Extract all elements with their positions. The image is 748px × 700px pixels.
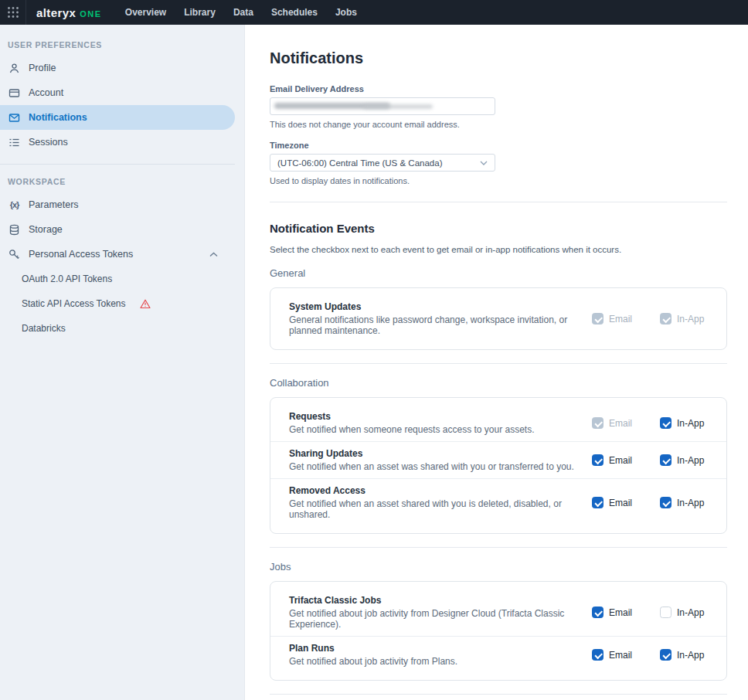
user-icon [8,62,21,75]
sidebar-item-label: Parameters [29,199,79,210]
event-description: Get notified when an asset was shared wi… [289,461,581,472]
timezone-select[interactable]: (UTC-06:00) Central Time (US & Canada) [270,154,495,172]
sidebar-item-storage[interactable]: Storage [0,217,235,242]
group-label: General [270,267,727,279]
sidebar-item-oauth-api-tokens[interactable]: OAuth 2.0 API Tokens [0,267,235,291]
topbar: alteryx ONE Overview Library Data Schedu… [0,0,748,25]
nav-item-jobs[interactable]: Jobs [335,7,357,18]
event-description: Get notified about job activity from Des… [289,608,581,630]
event-description: Get notified about job activity from Pla… [289,656,581,667]
app-grid-button[interactable] [0,0,26,25]
timezone-field: Timezone (UTC-06:00) Central Time (US & … [270,141,727,185]
checkbox[interactable] [660,454,672,466]
nav-item-overview[interactable]: Overview [125,7,166,18]
chevron-up-icon[interactable] [209,249,218,260]
email-delivery-label: Email Delivery Address [270,84,727,93]
sidebar-item-sessions[interactable]: Sessions [0,130,235,155]
inapp-checkbox[interactable]: In-App [660,497,708,508]
checkbox[interactable] [592,649,604,661]
sidebar-item-personal-access-tokens[interactable]: Personal Access Tokens [0,242,235,267]
group-divider [270,363,727,364]
sidebar-item-databricks[interactable]: Databricks [0,316,235,341]
logo-brand-text: alteryx [36,6,76,19]
chevron-down-icon [480,161,488,165]
event-description: Get notified when someone requests acces… [289,424,581,435]
notification-events-description: Select the checkbox next to each event t… [270,245,727,254]
sidebar-item-parameters[interactable]: {x} Parameters [0,192,235,217]
redacted-email-value [363,104,433,109]
nav-item-library[interactable]: Library [184,7,216,18]
event-title: System Updates [289,301,581,312]
event-card: Requests Get notified when someone reque… [270,397,727,534]
nav-item-data[interactable]: Data [233,7,253,18]
timezone-helper-text: Used to display dates in notifications. [270,176,727,185]
checkbox[interactable] [592,497,604,508]
checkbox[interactable] [592,607,604,618]
checkbox[interactable] [592,417,604,429]
checkbox[interactable] [660,313,672,325]
event-row-plan-runs: Plan Runs Get notified about job activit… [270,636,726,673]
inapp-checkbox[interactable]: In-App [660,607,708,618]
sidebar-item-label: Databricks [22,323,66,334]
checkbox[interactable] [592,454,604,466]
timezone-label: Timezone [270,141,727,150]
event-group-general: General System Updates General notificat… [270,267,727,350]
email-checkbox[interactable]: Email [592,607,640,618]
sidebar-item-profile[interactable]: Profile [0,56,235,80]
event-row-requests: Requests Get notified when someone reque… [270,405,726,441]
email-checkbox[interactable]: Email [592,417,640,429]
sidebar-item-label: Sessions [29,137,68,148]
sidebar-item-label: Profile [29,63,56,73]
email-checkbox[interactable]: Email [592,313,640,325]
checkbox[interactable] [660,417,672,429]
app-grid-icon [7,6,19,19]
inapp-checkbox[interactable]: In-App [660,313,708,325]
event-row-system-updates: System Updates General notifications lik… [270,295,726,342]
sidebar-item-label: Storage [29,224,63,235]
group-divider [270,694,727,695]
sidebar-item-account[interactable]: Account [0,80,235,105]
event-title: Sharing Updates [289,448,581,459]
email-helper-text: This does not change your account email … [270,120,727,129]
event-row-sharing-updates: Sharing Updates Get notified when an ass… [270,441,726,478]
warning-icon [140,299,151,309]
notification-events-title: Notification Events [270,222,727,235]
event-row-removed-access: Removed Access Get notified when an asse… [270,478,726,526]
group-label: Jobs [270,561,727,573]
checkbox[interactable] [660,497,672,508]
sidebar-item-notifications[interactable]: Notifications [0,105,235,130]
inapp-checkbox[interactable]: In-App [660,454,708,466]
sidebar-item-label: Account [29,87,63,98]
mail-icon [8,111,21,124]
sidebar-item-static-api-access-tokens[interactable]: Static API Access Tokens [0,291,235,316]
nav-item-schedules[interactable]: Schedules [271,7,318,18]
event-description: Get notified when an asset shared with y… [289,498,581,520]
key-icon [8,248,21,261]
event-card: Trifacta Classic Jobs Get notified about… [270,581,727,681]
email-checkbox[interactable]: Email [592,649,640,661]
braces-icon: {x} [8,199,21,212]
event-title: Removed Access [289,485,581,496]
notifications-settings-panel: Notifications Email Delivery Address Thi… [245,25,748,700]
top-navigation: Overview Library Data Schedules Jobs [125,7,357,18]
sidebar-item-label: Notifications [29,112,87,123]
email-checkbox[interactable]: Email [592,497,640,508]
card-icon [8,87,21,100]
event-title: Requests [289,411,581,422]
event-title: Plan Runs [289,643,581,654]
checkbox[interactable] [660,649,672,661]
logo-suffix-text: ONE [80,9,102,19]
sidebar-item-label: Static API Access Tokens [22,298,126,309]
email-delivery-field: Email Delivery Address This does not cha… [270,84,727,129]
sidebar-section-workspace: WORKSPACE [0,168,244,192]
event-group-other: Other OAuth Token Expiration Get notifie… [270,694,727,700]
inapp-checkbox[interactable]: In-App [660,649,708,661]
group-label: Collaboration [270,377,727,389]
checkbox[interactable] [660,607,672,618]
database-icon [8,223,21,236]
email-delivery-input[interactable] [270,97,495,115]
checkbox[interactable] [592,313,604,325]
email-checkbox[interactable]: Email [592,454,640,466]
inapp-checkbox[interactable]: In-App [660,417,708,429]
sidebar-divider [0,164,235,165]
